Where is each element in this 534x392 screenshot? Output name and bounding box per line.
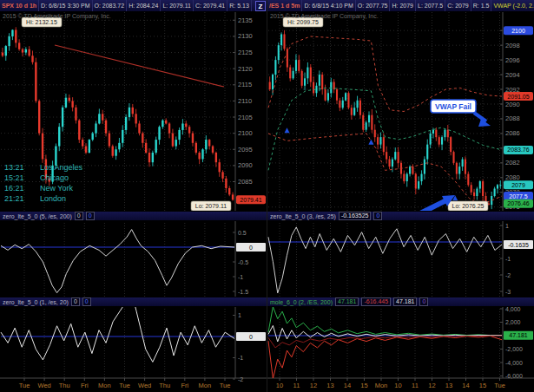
axis-label: -1.5 — [238, 289, 248, 295]
axis-label: 47.181 — [509, 332, 528, 338]
indicator-value-box: 47.181 — [393, 297, 417, 306]
copyright: 2015 © TD Ameritrade IP Company, Inc. — [3, 13, 111, 19]
vwap-overlay-line[interactable] — [268, 134, 502, 204]
axis-label: -4,000 — [505, 360, 523, 366]
axis-label: 1 — [505, 223, 509, 229]
axis-label: 2098 — [505, 42, 520, 49]
candlesticks — [269, 30, 502, 209]
header-cell: D: 6/8/15 4:10 PM — [302, 0, 355, 11]
indicator-label: mole_6_0 (2, /ES, 200) — [270, 299, 333, 305]
indicator-header-mole[interactable]: mole_6_0 (2, /ES, 200)47.181-616.44547.1… — [267, 297, 534, 307]
axis-label: 0 — [249, 245, 253, 251]
indicator-value-box: 0 — [75, 212, 83, 220]
zoom-icon[interactable]: Z — [255, 1, 266, 11]
axis-label: Fri — [81, 382, 89, 389]
signal-arrow-marker — [285, 127, 290, 133]
indicator-header-zero-lte-1[interactable]: zero_lte_5_0 (1, /es, 20)00 — [0, 297, 267, 307]
price-bubble: 2091.05 — [504, 92, 533, 101]
header-cell: SPX 10 d 1h — [0, 0, 39, 11]
axis-label: Tue — [19, 382, 30, 389]
low-label: Lo: 2076.25 — [448, 201, 488, 211]
axis-label: New York — [40, 184, 74, 193]
axis-label: Chicago — [40, 173, 69, 182]
axis-label: 2094 — [505, 71, 520, 79]
axis-label: 10 — [276, 382, 283, 389]
axis-label: Los Angeles — [40, 163, 83, 172]
axis-label: 2077.5 — [509, 193, 528, 199]
axis-label: 2096 — [505, 56, 520, 64]
axis-label: Lo: 2079.11 — [195, 203, 227, 209]
price-bubble: 2077.5 — [504, 192, 533, 200]
axis-label: Wed — [37, 382, 50, 389]
axis-label: Thu — [159, 382, 170, 389]
axis-label: 2080 — [505, 173, 520, 181]
price-bubble: 2079.41 — [236, 195, 266, 204]
axis-label: 2090 — [238, 161, 253, 169]
axis-label: 2135 — [238, 16, 253, 24]
header-cell: C: 2079 — [445, 0, 471, 11]
axis-label: Tue — [494, 382, 505, 389]
axis-label: Tue — [119, 382, 130, 389]
indicator-header-zero-lte-3[interactable]: zero_lte_5_0 (3, /es, 25)-0.1635250 — [267, 211, 534, 221]
axis-label: 2090 — [505, 101, 520, 108]
axis-label: 16:21 — [4, 184, 24, 193]
axis-label: 13:21 — [4, 163, 24, 172]
axis-label: Thu — [59, 382, 70, 389]
axis-label: 2091.05 — [507, 94, 529, 100]
axis-label: 2079.41 — [240, 197, 261, 203]
indicator-label: zero_lte_5_0 (3, /es, 25) — [270, 213, 336, 219]
indicator-line — [268, 325, 502, 342]
axis-label: 15:21 — [4, 173, 24, 182]
axis-label: 21:21 — [4, 194, 24, 203]
axis-label: 2085 — [238, 178, 253, 186]
axis-label: 14 — [344, 382, 351, 389]
indicator-value-box: 47.181 — [335, 297, 359, 306]
axis-label: 2120 — [238, 65, 253, 73]
axis-label: 15 — [360, 382, 367, 389]
axis-label: 15 — [479, 382, 486, 389]
axis-label: 2079 — [511, 182, 525, 188]
axis-label: 2130 — [238, 32, 253, 40]
es-chart-header: /ES 1 d 5mD: 6/8/15 4:10 PMO: 2077.75H: … — [267, 0, 534, 12]
axis-label: -1 — [505, 256, 511, 262]
spx-chart-canvas[interactable]: TueWedThuFriMonTueWedThuFriMonTue2135213… — [0, 0, 267, 392]
axis-label: 14 — [462, 382, 469, 389]
header-cell: /ES 1 d 5m — [267, 0, 302, 11]
axis-label: 2105 — [238, 114, 253, 121]
axis-label: 2110 — [238, 97, 252, 105]
header-cell: VWAP (-2.0, 2.0, DAY) — [491, 0, 534, 11]
axis-label: 2125 — [238, 49, 253, 56]
candlesticks — [2, 27, 234, 200]
axis-label: Mon — [98, 382, 111, 389]
vwap-fail-callout[interactable]: VWAP Fail — [431, 100, 491, 127]
indicator-line — [268, 307, 502, 336]
header-cell: O: 2077.75 — [356, 0, 391, 11]
indicator-value-box: 0 — [86, 212, 95, 220]
indicator-label: zero_lte_5_0 (1, /es, 20) — [3, 299, 69, 305]
axis-label: -0.1635 — [508, 242, 529, 248]
indicator-value-box: -616.445 — [361, 297, 391, 306]
trendline-drawing[interactable] — [55, 45, 224, 87]
axis-label: Mon — [375, 382, 388, 389]
axis-label: 2115 — [238, 81, 252, 88]
signal-arrow-marker — [368, 140, 373, 145]
axis-label: 13 — [445, 382, 452, 389]
es-chart-canvas[interactable]: 101112131415Mon101112131415Tue2100209820… — [267, 0, 534, 392]
axis-label: 12 — [428, 382, 435, 389]
axis-label: 2083.76 — [507, 147, 529, 153]
indicator-axis-value: 47.181 — [504, 331, 533, 340]
indicator-value-box: 0 — [82, 297, 91, 306]
price-bubble: 2083.76 — [504, 146, 533, 154]
axis-label: VWAP Fail — [435, 102, 471, 111]
axis-label: -1 — [238, 355, 243, 361]
indicator-line — [268, 336, 502, 348]
indicator-header-zero-lte-5[interactable]: zero_lte_5_0 (5, /es, 200)00 — [0, 211, 267, 221]
axis-label: Hi: 2099.75 — [287, 19, 319, 25]
header-cell: R: 1.5 — [471, 0, 492, 11]
indicator-value-box: 0 — [71, 297, 80, 306]
axis-label: London — [40, 194, 66, 203]
price-bubble: 2100 — [504, 26, 533, 35]
spx-chart-header: SPX 10 d 1hD: 6/8/15 3:30 PMO: 2083.72H:… — [0, 0, 267, 12]
indicator-label: zero_lte_5_0 (5, /es, 200) — [3, 213, 72, 219]
axis-label: 2100 — [511, 28, 525, 34]
